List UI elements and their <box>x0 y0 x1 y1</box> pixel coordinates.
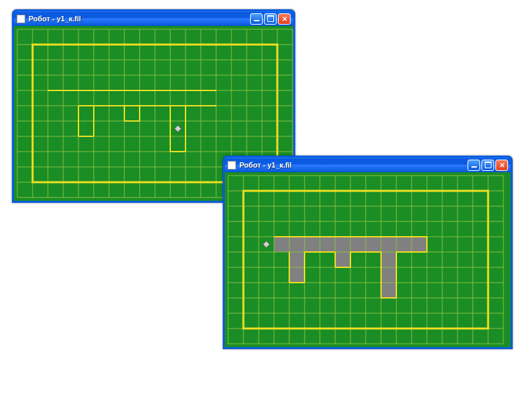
close-button[interactable] <box>278 13 291 25</box>
filled-cell <box>274 237 289 252</box>
app-icon <box>17 15 25 23</box>
minimize-button[interactable] <box>467 160 480 171</box>
window-title: Робот - y1_к.fil <box>239 161 467 169</box>
filled-cell <box>305 237 320 252</box>
filled-cell <box>289 267 305 283</box>
filled-cell <box>335 237 350 252</box>
filled-cell <box>366 237 381 252</box>
filled-cell <box>396 237 412 252</box>
window-controls <box>467 160 508 171</box>
app-icon <box>227 161 236 170</box>
maximize-button[interactable] <box>481 160 494 171</box>
filled-cell <box>381 237 396 252</box>
window-controls <box>250 13 291 25</box>
minimize-button[interactable] <box>250 13 263 25</box>
titlebar[interactable]: Робот - y1_к.fil <box>14 11 293 26</box>
close-button[interactable] <box>495 160 508 171</box>
filled-cell <box>381 267 396 283</box>
titlebar[interactable]: Робот - y1_к.fil <box>225 158 511 172</box>
filled-cell <box>320 237 335 252</box>
filled-cell <box>289 252 305 267</box>
filled-cell <box>412 237 427 252</box>
window-2: Робот - y1_к.fil <box>223 156 513 349</box>
grid-area-2[interactable] <box>225 172 511 347</box>
filled-cell <box>381 252 396 267</box>
maximize-button[interactable] <box>264 13 277 25</box>
window-title: Робот - y1_к.fil <box>29 15 250 23</box>
grid-svg-2 <box>225 172 507 347</box>
filled-cell <box>350 237 366 252</box>
filled-cell <box>381 283 396 298</box>
filled-cell <box>289 237 305 252</box>
filled-cell <box>335 252 350 267</box>
